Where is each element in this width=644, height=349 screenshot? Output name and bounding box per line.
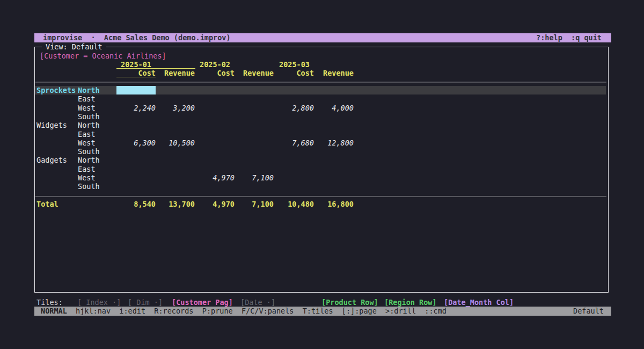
data-cell[interactable] — [235, 156, 274, 164]
tile-customer[interactable]: [Customer Pag] — [172, 298, 233, 307]
data-cell[interactable]: 12,800 — [314, 139, 354, 147]
data-cell[interactable] — [275, 147, 314, 156]
data-cell[interactable] — [314, 130, 354, 139]
data-cell[interactable] — [275, 173, 314, 182]
data-cell[interactable] — [116, 147, 156, 156]
data-cell[interactable] — [195, 112, 235, 121]
data-cell[interactable] — [116, 121, 156, 129]
data-cell[interactable] — [156, 130, 195, 139]
data-cell[interactable] — [156, 112, 195, 121]
data-cell[interactable] — [116, 112, 156, 121]
data-cell[interactable] — [235, 165, 274, 173]
column-header-cost[interactable]: Cost — [116, 69, 156, 77]
table-row[interactable]: West 6,300 10,500 7,680 12,800 — [35, 139, 606, 147]
tile-product[interactable]: [Product Row] — [321, 298, 378, 307]
data-cell[interactable] — [275, 130, 314, 139]
column-group-2025-03[interactable]: 2025-03 — [279, 60, 310, 69]
data-cell[interactable] — [235, 86, 274, 94]
tile-index[interactable]: [_Index ·] — [77, 298, 121, 307]
data-cell[interactable] — [314, 112, 354, 121]
data-cell[interactable] — [195, 86, 235, 94]
data-cell[interactable] — [156, 147, 195, 156]
column-header-cost[interactable]: Cost — [275, 69, 314, 77]
table-row[interactable]: West 4,970 7,100 — [35, 173, 606, 182]
data-cell[interactable]: 4,970 — [195, 173, 235, 182]
data-cell[interactable] — [116, 182, 156, 191]
data-cell[interactable] — [235, 94, 274, 103]
data-cell[interactable] — [314, 121, 354, 129]
data-cell[interactable] — [156, 165, 195, 173]
data-cell[interactable]: 6,300 — [116, 139, 156, 147]
table-row[interactable]: Gadgets North — [35, 156, 606, 164]
data-cell[interactable] — [195, 165, 235, 173]
table-row[interactable]: South — [35, 182, 606, 191]
column-header-revenue[interactable]: Revenue — [156, 69, 195, 77]
data-cell[interactable] — [195, 182, 235, 191]
data-cell[interactable]: 4,000 — [314, 104, 354, 112]
data-cell[interactable] — [235, 182, 274, 191]
data-cell[interactable] — [156, 173, 195, 182]
data-cell[interactable] — [235, 104, 274, 112]
table-row[interactable]: East — [35, 165, 606, 173]
data-cell[interactable]: 7,680 — [275, 139, 314, 147]
table-row[interactable]: Sprockets North — [35, 86, 606, 94]
data-cell[interactable] — [275, 112, 314, 121]
data-cell[interactable] — [195, 121, 235, 129]
data-cell[interactable] — [195, 147, 235, 156]
data-cell[interactable] — [156, 156, 195, 164]
table-row[interactable]: East — [35, 94, 606, 103]
data-cell[interactable] — [195, 94, 235, 103]
tile-date[interactable]: [Date ·] — [240, 298, 275, 307]
data-cell[interactable] — [275, 165, 314, 173]
table-row[interactable]: West 2,240 3,200 2,800 4,000 — [35, 104, 606, 112]
data-cell[interactable] — [275, 94, 314, 103]
data-cell[interactable] — [235, 121, 274, 129]
data-cell[interactable] — [314, 147, 354, 156]
tile-date-month[interactable]: [Date_Month Col] — [444, 298, 514, 307]
data-cell[interactable] — [314, 86, 354, 94]
data-cell[interactable] — [156, 121, 195, 129]
data-cell[interactable] — [195, 156, 235, 164]
data-cell[interactable] — [116, 94, 156, 103]
column-header-cost[interactable]: Cost — [195, 69, 235, 77]
data-cell[interactable] — [314, 173, 354, 182]
column-group-2025-02[interactable]: 2025-02 — [200, 60, 230, 69]
table-row[interactable]: South — [35, 112, 606, 121]
data-cell[interactable] — [235, 139, 274, 147]
column-group-2025-01[interactable]: 2025-01 — [116, 60, 195, 69]
data-cell[interactable] — [275, 182, 314, 191]
data-cell[interactable] — [195, 130, 235, 139]
data-cell[interactable] — [275, 156, 314, 164]
data-cell[interactable] — [116, 86, 156, 94]
table-row[interactable]: South — [35, 147, 606, 156]
data-cell[interactable] — [116, 173, 156, 182]
data-cell[interactable]: 3,200 — [156, 104, 195, 112]
data-cell[interactable] — [314, 182, 354, 191]
data-cell[interactable] — [235, 130, 274, 139]
column-header-revenue[interactable]: Revenue — [235, 69, 274, 77]
table-row[interactable]: East — [35, 130, 606, 139]
data-cell[interactable] — [195, 139, 235, 147]
data-cell[interactable]: 2,800 — [275, 104, 314, 112]
column-header-revenue[interactable]: Revenue — [314, 69, 354, 77]
data-cell[interactable] — [314, 94, 354, 103]
data-cell[interactable] — [116, 130, 156, 139]
data-cell[interactable] — [235, 112, 274, 121]
data-cell[interactable] — [116, 156, 156, 164]
tile-dim[interactable]: [_Dim ·] — [128, 298, 163, 307]
data-cell[interactable]: 10,500 — [156, 139, 195, 147]
data-cell[interactable] — [195, 104, 235, 112]
data-cell[interactable] — [314, 156, 354, 164]
data-cell[interactable] — [235, 147, 274, 156]
tile-region[interactable]: [Region Row] — [384, 298, 437, 307]
data-cell[interactable] — [275, 86, 314, 94]
data-cell[interactable] — [156, 86, 195, 94]
data-cell[interactable] — [275, 121, 314, 129]
data-cell[interactable] — [156, 94, 195, 103]
data-cell[interactable] — [156, 182, 195, 191]
data-cell[interactable]: 2,240 — [116, 104, 156, 112]
table-row[interactable]: Widgets North — [35, 121, 606, 129]
data-cell[interactable]: 7,100 — [235, 173, 274, 182]
data-cell[interactable] — [314, 165, 354, 173]
data-cell[interactable] — [116, 165, 156, 173]
